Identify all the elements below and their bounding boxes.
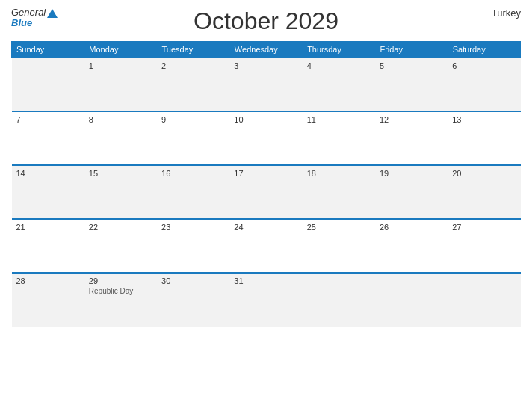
- day-cell: [375, 273, 448, 327]
- country-label: Turkey: [492, 7, 521, 19]
- day-cell: 15: [84, 165, 157, 219]
- day-number: 12: [380, 115, 443, 124]
- day-number: 16: [161, 169, 225, 178]
- day-cell: 12: [375, 111, 448, 165]
- day-number: 22: [89, 223, 152, 232]
- day-cell: [303, 273, 375, 327]
- header-monday: Monday: [84, 42, 157, 58]
- day-cell: 13: [448, 111, 520, 165]
- holiday-label: Republic Day: [89, 287, 152, 295]
- day-cell: 6: [448, 58, 520, 111]
- day-cell: 2: [157, 58, 229, 111]
- calendar-container: General Blue October 2029 Turkey Sunday …: [0, 0, 532, 411]
- header-tuesday: Tuesday: [157, 42, 229, 58]
- day-number: 7: [16, 115, 80, 124]
- logo-general-text: General: [11, 7, 58, 18]
- day-cell: 21: [12, 219, 84, 273]
- day-number: 15: [89, 169, 152, 178]
- day-cell: 26: [375, 219, 448, 273]
- day-cell: 22: [84, 219, 157, 273]
- day-cell: 29Republic Day: [84, 273, 157, 327]
- header-wednesday: Wednesday: [229, 42, 302, 58]
- header-thursday: Thursday: [303, 42, 375, 58]
- day-cell: 18: [303, 165, 375, 219]
- week-row-0: 123456: [12, 58, 521, 111]
- day-cell: 24: [229, 219, 302, 273]
- day-cell: 20: [448, 165, 520, 219]
- day-number: 3: [234, 61, 297, 70]
- day-cell: 16: [157, 165, 229, 219]
- day-cell: 25: [303, 219, 375, 273]
- week-row-1: 78910111213: [12, 111, 521, 165]
- day-number: 11: [307, 115, 371, 124]
- day-number: 27: [452, 223, 516, 232]
- week-row-4: 2829Republic Day3031: [12, 273, 521, 327]
- header-sunday: Sunday: [12, 42, 84, 58]
- day-cell: 14: [12, 165, 84, 219]
- header: General Blue October 2029 Turkey: [11, 7, 521, 35]
- day-number: 4: [307, 61, 371, 70]
- day-number: 2: [161, 61, 225, 70]
- day-cell: 31: [229, 273, 302, 327]
- day-number: 9: [161, 115, 225, 124]
- day-number: 21: [16, 223, 80, 232]
- day-number: 28: [16, 276, 80, 285]
- day-cell: 3: [229, 58, 302, 111]
- day-cell: 30: [157, 273, 229, 327]
- day-number: 13: [452, 115, 516, 124]
- day-cell: 9: [157, 111, 229, 165]
- day-cell: 1: [84, 58, 157, 111]
- weekday-header-row: Sunday Monday Tuesday Wednesday Thursday…: [12, 42, 521, 58]
- day-cell: 4: [303, 58, 375, 111]
- logo: General Blue: [11, 7, 58, 28]
- day-cell: 10: [229, 111, 302, 165]
- day-cell: 5: [375, 58, 448, 111]
- day-cell: [12, 58, 84, 111]
- calendar-grid: Sunday Monday Tuesday Wednesday Thursday…: [11, 41, 521, 327]
- day-number: 17: [234, 169, 297, 178]
- day-cell: 19: [375, 165, 448, 219]
- day-number: 20: [452, 169, 516, 178]
- header-friday: Friday: [375, 42, 448, 58]
- day-number: 5: [380, 61, 443, 70]
- day-number: 8: [89, 115, 152, 124]
- month-title: October 2029: [194, 7, 338, 35]
- day-number: 1: [89, 61, 152, 70]
- day-cell: 27: [448, 219, 520, 273]
- day-number: 6: [452, 61, 516, 70]
- week-row-3: 21222324252627: [12, 219, 521, 273]
- day-cell: 11: [303, 111, 375, 165]
- day-cell: 23: [157, 219, 229, 273]
- day-number: 29: [89, 276, 152, 285]
- day-cell: 17: [229, 165, 302, 219]
- day-number: 19: [380, 169, 443, 178]
- logo-blue-text: Blue: [11, 18, 32, 28]
- week-row-2: 14151617181920: [12, 165, 521, 219]
- day-number: 18: [307, 169, 371, 178]
- day-cell: [448, 273, 520, 327]
- day-number: 10: [234, 115, 297, 124]
- logo-triangle-icon: [47, 9, 58, 18]
- day-number: 25: [307, 223, 371, 232]
- day-number: 24: [234, 223, 297, 232]
- day-cell: 28: [12, 273, 84, 327]
- day-number: 26: [380, 223, 443, 232]
- day-number: 31: [234, 276, 297, 285]
- day-number: 23: [161, 223, 225, 232]
- header-saturday: Saturday: [448, 42, 520, 58]
- day-number: 30: [161, 276, 225, 285]
- day-cell: 8: [84, 111, 157, 165]
- day-cell: 7: [12, 111, 84, 165]
- day-number: 14: [16, 169, 80, 178]
